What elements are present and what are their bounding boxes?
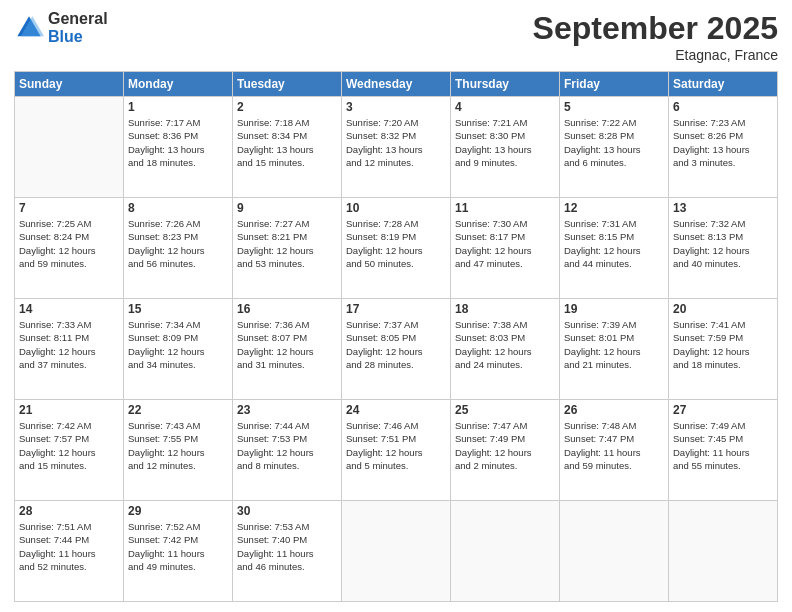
- day-number: 15: [128, 302, 228, 316]
- calendar-cell: 29Sunrise: 7:52 AM Sunset: 7:42 PM Dayli…: [124, 501, 233, 602]
- calendar-cell: [451, 501, 560, 602]
- calendar-week-row: 21Sunrise: 7:42 AM Sunset: 7:57 PM Dayli…: [15, 400, 778, 501]
- calendar-cell: 4Sunrise: 7:21 AM Sunset: 8:30 PM Daylig…: [451, 97, 560, 198]
- day-number: 27: [673, 403, 773, 417]
- day-number: 22: [128, 403, 228, 417]
- calendar-week-row: 7Sunrise: 7:25 AM Sunset: 8:24 PM Daylig…: [15, 198, 778, 299]
- calendar-cell: 18Sunrise: 7:38 AM Sunset: 8:03 PM Dayli…: [451, 299, 560, 400]
- logo-icon: [14, 13, 44, 43]
- day-number: 17: [346, 302, 446, 316]
- calendar-cell: 8Sunrise: 7:26 AM Sunset: 8:23 PM Daylig…: [124, 198, 233, 299]
- calendar-cell: 3Sunrise: 7:20 AM Sunset: 8:32 PM Daylig…: [342, 97, 451, 198]
- calendar-cell: 5Sunrise: 7:22 AM Sunset: 8:28 PM Daylig…: [560, 97, 669, 198]
- day-info: Sunrise: 7:22 AM Sunset: 8:28 PM Dayligh…: [564, 116, 664, 169]
- header: General Blue September 2025 Etagnac, Fra…: [14, 10, 778, 63]
- logo-blue: Blue: [48, 28, 108, 46]
- calendar-cell: 2Sunrise: 7:18 AM Sunset: 8:34 PM Daylig…: [233, 97, 342, 198]
- calendar-cell: 12Sunrise: 7:31 AM Sunset: 8:15 PM Dayli…: [560, 198, 669, 299]
- calendar-week-row: 1Sunrise: 7:17 AM Sunset: 8:36 PM Daylig…: [15, 97, 778, 198]
- day-number: 1: [128, 100, 228, 114]
- day-info: Sunrise: 7:32 AM Sunset: 8:13 PM Dayligh…: [673, 217, 773, 270]
- day-number: 24: [346, 403, 446, 417]
- day-number: 4: [455, 100, 555, 114]
- day-number: 11: [455, 201, 555, 215]
- calendar-week-row: 28Sunrise: 7:51 AM Sunset: 7:44 PM Dayli…: [15, 501, 778, 602]
- day-number: 10: [346, 201, 446, 215]
- calendar-cell: 9Sunrise: 7:27 AM Sunset: 8:21 PM Daylig…: [233, 198, 342, 299]
- day-number: 5: [564, 100, 664, 114]
- day-info: Sunrise: 7:51 AM Sunset: 7:44 PM Dayligh…: [19, 520, 119, 573]
- calendar-cell: 1Sunrise: 7:17 AM Sunset: 8:36 PM Daylig…: [124, 97, 233, 198]
- day-number: 21: [19, 403, 119, 417]
- day-info: Sunrise: 7:53 AM Sunset: 7:40 PM Dayligh…: [237, 520, 337, 573]
- page: General Blue September 2025 Etagnac, Fra…: [0, 0, 792, 612]
- calendar-cell: 20Sunrise: 7:41 AM Sunset: 7:59 PM Dayli…: [669, 299, 778, 400]
- day-number: 8: [128, 201, 228, 215]
- calendar-cell: 7Sunrise: 7:25 AM Sunset: 8:24 PM Daylig…: [15, 198, 124, 299]
- day-info: Sunrise: 7:28 AM Sunset: 8:19 PM Dayligh…: [346, 217, 446, 270]
- day-number: 13: [673, 201, 773, 215]
- calendar-cell: 28Sunrise: 7:51 AM Sunset: 7:44 PM Dayli…: [15, 501, 124, 602]
- calendar-cell: 16Sunrise: 7:36 AM Sunset: 8:07 PM Dayli…: [233, 299, 342, 400]
- day-info: Sunrise: 7:17 AM Sunset: 8:36 PM Dayligh…: [128, 116, 228, 169]
- calendar-week-row: 14Sunrise: 7:33 AM Sunset: 8:11 PM Dayli…: [15, 299, 778, 400]
- day-info: Sunrise: 7:46 AM Sunset: 7:51 PM Dayligh…: [346, 419, 446, 472]
- day-info: Sunrise: 7:21 AM Sunset: 8:30 PM Dayligh…: [455, 116, 555, 169]
- calendar-cell: 19Sunrise: 7:39 AM Sunset: 8:01 PM Dayli…: [560, 299, 669, 400]
- day-number: 6: [673, 100, 773, 114]
- calendar-cell: 24Sunrise: 7:46 AM Sunset: 7:51 PM Dayli…: [342, 400, 451, 501]
- calendar-cell: 23Sunrise: 7:44 AM Sunset: 7:53 PM Dayli…: [233, 400, 342, 501]
- calendar-cell: [560, 501, 669, 602]
- calendar-cell: 10Sunrise: 7:28 AM Sunset: 8:19 PM Dayli…: [342, 198, 451, 299]
- day-info: Sunrise: 7:36 AM Sunset: 8:07 PM Dayligh…: [237, 318, 337, 371]
- calendar-cell: [342, 501, 451, 602]
- day-info: Sunrise: 7:44 AM Sunset: 7:53 PM Dayligh…: [237, 419, 337, 472]
- calendar-cell: 17Sunrise: 7:37 AM Sunset: 8:05 PM Dayli…: [342, 299, 451, 400]
- calendar-cell: 30Sunrise: 7:53 AM Sunset: 7:40 PM Dayli…: [233, 501, 342, 602]
- day-header-saturday: Saturday: [669, 72, 778, 97]
- calendar-cell: 6Sunrise: 7:23 AM Sunset: 8:26 PM Daylig…: [669, 97, 778, 198]
- calendar-cell: 14Sunrise: 7:33 AM Sunset: 8:11 PM Dayli…: [15, 299, 124, 400]
- calendar-cell: 27Sunrise: 7:49 AM Sunset: 7:45 PM Dayli…: [669, 400, 778, 501]
- calendar-cell: 22Sunrise: 7:43 AM Sunset: 7:55 PM Dayli…: [124, 400, 233, 501]
- month-title: September 2025: [533, 10, 778, 47]
- day-info: Sunrise: 7:30 AM Sunset: 8:17 PM Dayligh…: [455, 217, 555, 270]
- day-info: Sunrise: 7:42 AM Sunset: 7:57 PM Dayligh…: [19, 419, 119, 472]
- day-number: 18: [455, 302, 555, 316]
- day-number: 12: [564, 201, 664, 215]
- day-info: Sunrise: 7:18 AM Sunset: 8:34 PM Dayligh…: [237, 116, 337, 169]
- day-header-wednesday: Wednesday: [342, 72, 451, 97]
- day-info: Sunrise: 7:49 AM Sunset: 7:45 PM Dayligh…: [673, 419, 773, 472]
- calendar-cell: 11Sunrise: 7:30 AM Sunset: 8:17 PM Dayli…: [451, 198, 560, 299]
- calendar-cell: 15Sunrise: 7:34 AM Sunset: 8:09 PM Dayli…: [124, 299, 233, 400]
- calendar-cell: [669, 501, 778, 602]
- calendar-table: SundayMondayTuesdayWednesdayThursdayFrid…: [14, 71, 778, 602]
- calendar-cell: 25Sunrise: 7:47 AM Sunset: 7:49 PM Dayli…: [451, 400, 560, 501]
- day-header-friday: Friday: [560, 72, 669, 97]
- calendar-cell: [15, 97, 124, 198]
- calendar-cell: 21Sunrise: 7:42 AM Sunset: 7:57 PM Dayli…: [15, 400, 124, 501]
- day-number: 30: [237, 504, 337, 518]
- day-number: 23: [237, 403, 337, 417]
- day-number: 25: [455, 403, 555, 417]
- day-number: 28: [19, 504, 119, 518]
- logo-general: General: [48, 10, 108, 28]
- day-number: 26: [564, 403, 664, 417]
- day-info: Sunrise: 7:47 AM Sunset: 7:49 PM Dayligh…: [455, 419, 555, 472]
- day-info: Sunrise: 7:23 AM Sunset: 8:26 PM Dayligh…: [673, 116, 773, 169]
- day-number: 19: [564, 302, 664, 316]
- day-number: 7: [19, 201, 119, 215]
- day-info: Sunrise: 7:34 AM Sunset: 8:09 PM Dayligh…: [128, 318, 228, 371]
- day-info: Sunrise: 7:43 AM Sunset: 7:55 PM Dayligh…: [128, 419, 228, 472]
- day-header-tuesday: Tuesday: [233, 72, 342, 97]
- day-number: 9: [237, 201, 337, 215]
- location-subtitle: Etagnac, France: [533, 47, 778, 63]
- day-info: Sunrise: 7:52 AM Sunset: 7:42 PM Dayligh…: [128, 520, 228, 573]
- calendar-header-row: SundayMondayTuesdayWednesdayThursdayFrid…: [15, 72, 778, 97]
- day-number: 16: [237, 302, 337, 316]
- day-number: 29: [128, 504, 228, 518]
- day-info: Sunrise: 7:26 AM Sunset: 8:23 PM Dayligh…: [128, 217, 228, 270]
- day-header-sunday: Sunday: [15, 72, 124, 97]
- logo-text: General Blue: [48, 10, 108, 45]
- day-header-monday: Monday: [124, 72, 233, 97]
